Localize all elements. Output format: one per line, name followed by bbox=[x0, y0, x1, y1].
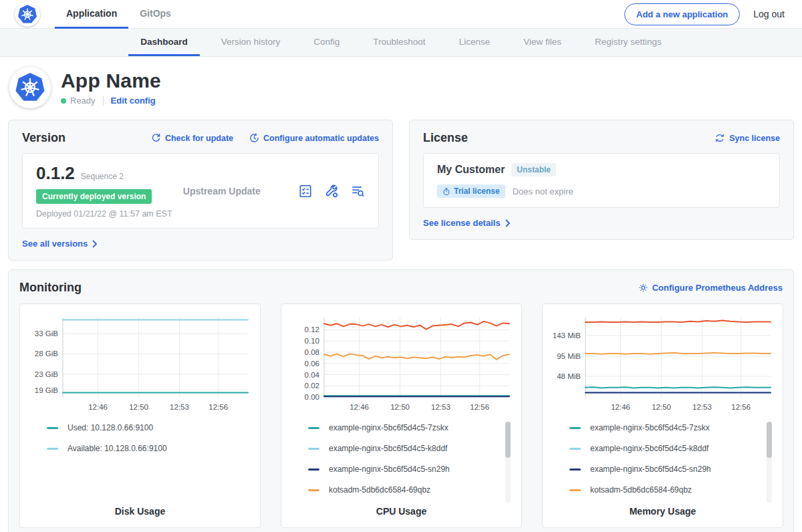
add-application-button[interactable]: Add a new application bbox=[624, 3, 740, 25]
tab-troubleshoot[interactable]: Troubleshoot bbox=[361, 29, 437, 56]
svg-text:12:56: 12:56 bbox=[209, 403, 228, 411]
svg-text:0.02: 0.02 bbox=[305, 382, 319, 390]
legend-item: kotsadm-5db6dc6584-69qbz bbox=[308, 485, 512, 495]
memory-usage-chart: 143 MiB95 MiB48 MiB12:4612:5012:5312:56 bbox=[552, 313, 775, 414]
customer-name: My Customer bbox=[437, 164, 505, 176]
see-license-details-link[interactable]: See license details bbox=[423, 218, 511, 228]
preflight-checks-icon[interactable] bbox=[298, 184, 313, 198]
svg-text:12:50: 12:50 bbox=[390, 403, 410, 411]
memory-usage-panel: 143 MiB95 MiB48 MiB12:4612:5012:5312:56 … bbox=[542, 303, 783, 528]
clock-refresh-icon bbox=[249, 133, 259, 143]
chart-title: Memory Usage bbox=[552, 506, 773, 521]
svg-text:12:46: 12:46 bbox=[611, 403, 630, 411]
tab-license[interactable]: License bbox=[447, 29, 503, 56]
legend-scrollbar[interactable] bbox=[767, 422, 772, 503]
legend-swatch bbox=[47, 427, 58, 429]
legend-label: Used: 10.128.0.66:9100 bbox=[68, 423, 153, 432]
top-navigation: Application GitOps Add a new application… bbox=[0, 0, 802, 29]
summary-cards-row: Version Check for update Configure autom… bbox=[0, 118, 802, 261]
tab-dashboard[interactable]: Dashboard bbox=[128, 29, 200, 56]
monitoring-title: Monitoring bbox=[19, 281, 82, 295]
disk-usage-legend: Used: 10.128.0.66:9100 Available: 10.128… bbox=[29, 423, 251, 506]
sequence-label: Sequence 2 bbox=[81, 172, 124, 181]
see-all-versions-link[interactable]: See all versions bbox=[22, 239, 98, 249]
channel-badge: Unstable bbox=[511, 163, 556, 176]
topnav-tab-application[interactable]: Application bbox=[55, 0, 128, 29]
scrollbar-thumb[interactable] bbox=[505, 422, 511, 458]
topnav-tabs: Application GitOps bbox=[55, 0, 182, 29]
legend-label: kotsadm-5db6dc6584-69qbz bbox=[329, 485, 430, 495]
configure-automatic-updates-link[interactable]: Configure automatic updates bbox=[249, 133, 379, 143]
license-box: My Customer Unstable Trial license Does … bbox=[423, 153, 780, 208]
version-source-label: Upstream Update bbox=[183, 186, 261, 196]
logout-link[interactable]: Log out bbox=[753, 9, 785, 19]
tab-view-files[interactable]: View files bbox=[511, 29, 573, 56]
chart-title: Disk Usage bbox=[29, 506, 251, 521]
tab-config[interactable]: Config bbox=[301, 29, 352, 56]
topnav-tab-gitops[interactable]: GitOps bbox=[128, 0, 182, 29]
current-version-box: 0.1.2 Sequence 2 Currently deployed vers… bbox=[22, 153, 379, 229]
svg-text:12:53: 12:53 bbox=[170, 403, 189, 411]
svg-text:12:56: 12:56 bbox=[731, 403, 751, 411]
legend-label: example-nginx-5bc6f5d4c5-7zskx bbox=[590, 423, 710, 432]
configure-prometheus-link[interactable]: Configure Prometheus Address bbox=[638, 283, 783, 293]
svg-text:143 MiB: 143 MiB bbox=[553, 331, 581, 340]
kubernetes-helm-icon bbox=[17, 4, 37, 25]
legend-swatch bbox=[569, 427, 581, 429]
deployed-badge: Currently deployed version bbox=[36, 189, 152, 204]
legend-swatch bbox=[569, 448, 581, 450]
legend-label: example-nginx-5bc6f5d4c5-sn29h bbox=[590, 464, 711, 474]
refresh-icon bbox=[151, 133, 161, 143]
svg-text:95 MiB: 95 MiB bbox=[557, 352, 581, 360]
svg-text:12:53: 12:53 bbox=[692, 403, 712, 411]
cpu-usage-panel: 0.120.100.080.060.040.020.0012:4612:5012… bbox=[281, 303, 522, 528]
legend-swatch bbox=[308, 469, 319, 471]
chevron-right-icon bbox=[505, 219, 511, 227]
divider bbox=[103, 96, 104, 106]
legend-swatch bbox=[308, 489, 319, 491]
legend-item: example-nginx-5bc6f5d4c5-7zskx bbox=[308, 423, 512, 432]
legend-swatch bbox=[47, 448, 58, 450]
license-expiration: Does not expire bbox=[513, 186, 573, 196]
version-actions bbox=[298, 184, 365, 198]
svg-text:0.04: 0.04 bbox=[305, 371, 320, 379]
edit-config-icon[interactable] bbox=[324, 184, 339, 198]
license-type-badge: Trial license bbox=[437, 184, 505, 198]
cpu-usage-legend: example-nginx-5bc6f5d4c5-7zskx example-n… bbox=[291, 423, 512, 506]
view-logs-icon[interactable] bbox=[350, 184, 365, 198]
check-for-update-link[interactable]: Check for update bbox=[151, 133, 233, 143]
memory-usage-legend: example-nginx-5bc6f5d4c5-7zskx example-n… bbox=[552, 423, 773, 506]
svg-text:12:50: 12:50 bbox=[652, 403, 671, 411]
app-sub-navigation: Dashboard Version history Config Trouble… bbox=[0, 29, 802, 57]
svg-text:0.06: 0.06 bbox=[305, 360, 319, 368]
svg-text:0.00: 0.00 bbox=[305, 393, 319, 401]
gear-icon bbox=[638, 283, 648, 293]
svg-text:28 GiB: 28 GiB bbox=[35, 350, 58, 358]
disk-usage-panel: 33 GiB28 GiB23 GiB19 GiB12:4612:5012:531… bbox=[19, 303, 261, 528]
version-info: 0.1.2 Sequence 2 Currently deployed vers… bbox=[36, 163, 172, 219]
legend-scrollbar[interactable] bbox=[505, 422, 511, 503]
deployed-timestamp: Deployed 01/21/22 @ 11:57 am EST bbox=[36, 209, 172, 219]
version-card-title: Version bbox=[22, 131, 65, 145]
kubernetes-logo[interactable] bbox=[15, 1, 40, 27]
legend-item: kotsadm-5db6dc6584-69qbz bbox=[569, 485, 773, 495]
topnav-actions: Add a new application Log out bbox=[624, 3, 785, 25]
legend-item: Used: 10.128.0.66:9100 bbox=[47, 423, 251, 432]
chart-title: CPU Usage bbox=[291, 506, 512, 521]
svg-text:12:53: 12:53 bbox=[431, 403, 450, 411]
tab-version-history[interactable]: Version history bbox=[209, 29, 293, 56]
scrollbar-thumb[interactable] bbox=[767, 422, 772, 458]
status-text: Ready bbox=[70, 96, 96, 106]
app-avatar bbox=[9, 67, 51, 108]
tab-registry-settings[interactable]: Registry settings bbox=[583, 29, 674, 56]
license-card: License Sync license My Customer Unstabl… bbox=[409, 120, 794, 240]
legend-item: example-nginx-5bc6f5d4c5-k8ddf bbox=[308, 444, 512, 453]
version-number: 0.1.2 bbox=[36, 163, 75, 184]
edit-config-link[interactable]: Edit config bbox=[111, 96, 156, 106]
disk-usage-chart: 33 GiB28 GiB23 GiB19 GiB12:4612:5012:531… bbox=[29, 313, 252, 414]
svg-text:12:56: 12:56 bbox=[470, 403, 489, 411]
svg-text:0.10: 0.10 bbox=[305, 337, 319, 345]
license-card-title: License bbox=[423, 131, 468, 145]
legend-label: kotsadm-5db6dc6584-69qbz bbox=[590, 485, 692, 495]
sync-license-link[interactable]: Sync license bbox=[714, 133, 780, 143]
